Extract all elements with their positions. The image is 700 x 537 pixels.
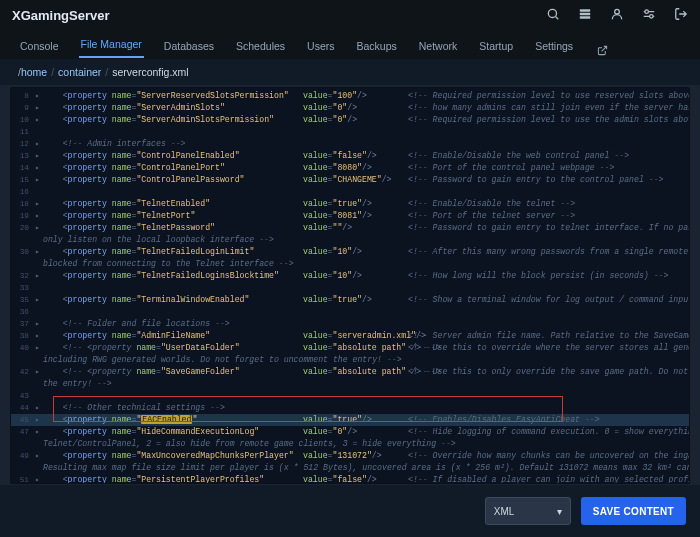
code-line[interactable]: 37▸ <!-- Folder and file locations --> — [11, 318, 689, 330]
tab-network[interactable]: Network — [417, 34, 460, 58]
code-line[interactable]: 30▸ <property name="TelnetFailedLoginLim… — [11, 246, 689, 258]
line-number: 40 — [13, 342, 35, 354]
code-editor[interactable]: 8▸ <property name="ServerReservedSlotsPe… — [10, 87, 690, 484]
fold-icon[interactable]: ▸ — [35, 162, 43, 174]
line-number: 38 — [13, 330, 35, 342]
code-line[interactable]: blocked from connecting to the Telnet in… — [11, 258, 689, 270]
external-icon[interactable] — [597, 45, 608, 58]
breadcrumb-home[interactable]: home — [21, 66, 47, 78]
code-line[interactable]: 18▸ <property name="TelnetEnabled"value=… — [11, 198, 689, 210]
svg-point-6 — [650, 15, 654, 18]
tab-startup[interactable]: Startup — [477, 34, 515, 58]
breadcrumb-container[interactable]: container — [58, 66, 101, 78]
fold-icon[interactable]: ▸ — [35, 426, 43, 438]
tab-console[interactable]: Console — [18, 34, 61, 58]
breadcrumb-sep: / — [105, 66, 108, 78]
code-line[interactable]: including RWG generated worlds. Do not f… — [11, 354, 689, 366]
nav-tabs: Console File Manager Databases Schedules… — [0, 30, 700, 59]
fold-icon[interactable]: ▸ — [35, 294, 43, 306]
fold-icon[interactable]: ▸ — [35, 414, 43, 426]
tab-backups[interactable]: Backups — [354, 34, 398, 58]
svg-point-5 — [645, 10, 649, 13]
code-line[interactable]: 38▸ <property name="AdminFileName"value=… — [11, 330, 689, 342]
fold-icon[interactable]: ▸ — [35, 342, 43, 354]
fold-icon[interactable]: ▸ — [35, 330, 43, 342]
logout-icon[interactable] — [674, 7, 688, 23]
fold-icon[interactable]: ▸ — [35, 114, 43, 126]
code-line[interactable]: 47▸ <property name="HideCommandExecution… — [11, 426, 689, 438]
language-select-value: XML — [494, 506, 515, 517]
line-number: 32 — [13, 270, 35, 282]
search-icon[interactable] — [546, 7, 560, 23]
code-line[interactable]: 16 — [11, 186, 689, 198]
tab-users[interactable]: Users — [305, 34, 336, 58]
code-line[interactable]: 10▸ <property name="ServerAdminSlotsPerm… — [11, 114, 689, 126]
fold-icon[interactable]: ▸ — [35, 138, 43, 150]
code-line[interactable]: Telnet/ControlPanel, 2 = also hide from … — [11, 438, 689, 450]
code-line[interactable]: 35▸ <property name="TerminalWindowEnable… — [11, 294, 689, 306]
editor-footer: XML ▾ SAVE CONTENT — [0, 485, 700, 537]
code-line[interactable]: 51▸ <property name="PersistentPlayerProf… — [11, 474, 689, 483]
line-number: 19 — [13, 210, 35, 222]
code-line[interactable]: 9▸ <property name="ServerAdminSlots"valu… — [11, 102, 689, 114]
code-line[interactable]: 43 — [11, 390, 689, 402]
line-number: 43 — [13, 390, 35, 402]
code-line[interactable]: 42▸ <!-- <property name="SaveGameFolder"… — [11, 366, 689, 378]
fold-icon[interactable]: ▸ — [35, 102, 43, 114]
code-line[interactable]: 33 — [11, 282, 689, 294]
code-line[interactable]: 40▸ <!-- <property name="UserDataFolder"… — [11, 342, 689, 354]
line-number: 45 — [13, 414, 35, 426]
code-line[interactable]: 11 — [11, 126, 689, 138]
servers-icon[interactable] — [578, 7, 592, 23]
code-line[interactable]: 15▸ <property name="ControlPanelPassword… — [11, 174, 689, 186]
tab-file-manager[interactable]: File Manager — [79, 32, 144, 58]
code-line[interactable]: 49▸ <property name="MaxUncoveredMapChunk… — [11, 450, 689, 462]
code-line[interactable]: the entry! --> — [11, 378, 689, 390]
svg-rect-1 — [580, 9, 591, 11]
line-number: 37 — [13, 318, 35, 330]
fold-icon[interactable]: ▸ — [35, 318, 43, 330]
tab-schedules[interactable]: Schedules — [234, 34, 287, 58]
fold-icon[interactable]: ▸ — [35, 90, 43, 102]
brand-title: XGamingServer — [12, 8, 110, 23]
code-line[interactable]: 14▸ <property name="ControlPanelPort"val… — [11, 162, 689, 174]
fold-icon[interactable]: ▸ — [35, 402, 43, 414]
svg-rect-2 — [580, 13, 591, 15]
fold-icon[interactable]: ▸ — [35, 366, 43, 378]
fold-icon[interactable]: ▸ — [35, 450, 43, 462]
code-line[interactable]: 13▸ <property name="ControlPanelEnabled"… — [11, 150, 689, 162]
tab-settings[interactable]: Settings — [533, 34, 575, 58]
svg-point-4 — [615, 9, 620, 14]
code-line[interactable]: 36 — [11, 306, 689, 318]
code-line[interactable]: 44▸ <!-- Other technical settings --> — [11, 402, 689, 414]
code-line[interactable]: 12▸ <!-- Admin interfaces --> — [11, 138, 689, 150]
code-line[interactable]: 45▸ <property name="EACEnabled"value="tr… — [11, 414, 689, 426]
fold-icon[interactable]: ▸ — [35, 270, 43, 282]
code-line[interactable]: 19▸ <property name="TelnetPort"value="80… — [11, 210, 689, 222]
line-number: 47 — [13, 426, 35, 438]
fold-icon[interactable]: ▸ — [35, 474, 43, 483]
line-number: 11 — [13, 126, 35, 138]
line-number: 42 — [13, 366, 35, 378]
chevron-down-icon: ▾ — [557, 506, 562, 517]
code-line[interactable]: 20▸ <property name="TelnetPassword"value… — [11, 222, 689, 234]
fold-icon[interactable]: ▸ — [35, 246, 43, 258]
fold-icon[interactable]: ▸ — [35, 198, 43, 210]
fold-icon[interactable]: ▸ — [35, 174, 43, 186]
breadcrumb-leaf: serverconfig.xml — [112, 66, 188, 78]
code-line[interactable]: only listen on the local loopback interf… — [11, 234, 689, 246]
line-number: 35 — [13, 294, 35, 306]
code-line[interactable]: 8▸ <property name="ServerReservedSlotsPe… — [11, 90, 689, 102]
line-number: 12 — [13, 138, 35, 150]
line-number: 9 — [13, 102, 35, 114]
save-content-button[interactable]: SAVE CONTENT — [581, 497, 686, 525]
fold-icon[interactable]: ▸ — [35, 222, 43, 234]
account-icon[interactable] — [610, 7, 624, 23]
admin-icon[interactable] — [642, 7, 656, 23]
language-select[interactable]: XML ▾ — [485, 497, 571, 525]
code-line[interactable]: 32▸ <property name="TelnetFailedLoginsBl… — [11, 270, 689, 282]
tab-databases[interactable]: Databases — [162, 34, 216, 58]
fold-icon[interactable]: ▸ — [35, 150, 43, 162]
code-line[interactable]: Resulting max map file size limit per pl… — [11, 462, 689, 474]
fold-icon[interactable]: ▸ — [35, 210, 43, 222]
